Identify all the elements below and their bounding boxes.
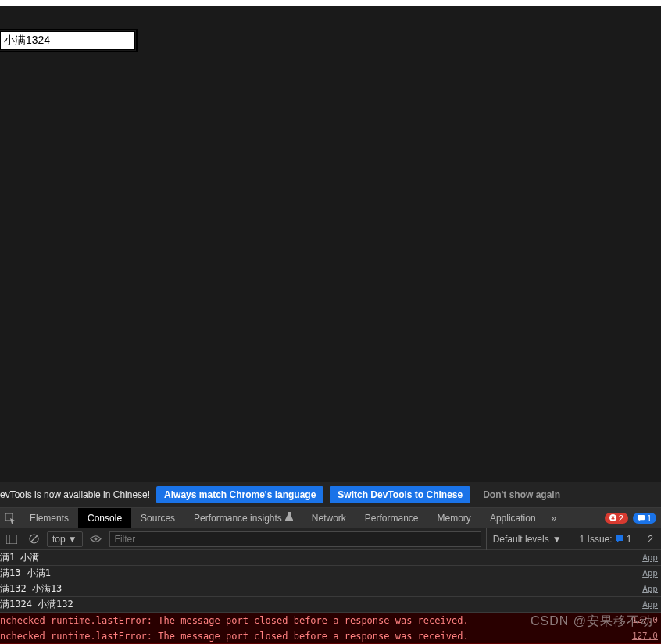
message-icon — [616, 534, 623, 545]
more-tabs-button[interactable]: » — [545, 513, 563, 524]
info-count-badge[interactable]: 1 — [633, 513, 656, 524]
log-source-link[interactable]: 127.0 — [632, 631, 661, 641]
log-levels-dropdown[interactable]: Default levels ▼ — [486, 528, 568, 550]
svg-rect-3 — [6, 535, 17, 544]
page-chrome-top — [0, 0, 661, 6]
log-message: 满1324 小满132 — [0, 598, 642, 611]
chevron-down-icon: ▼ — [552, 534, 562, 545]
devtools-tabs: Elements Console Sources Performance ins… — [0, 508, 661, 528]
tab-performance-insights[interactable]: Performance insights — [184, 508, 302, 528]
log-message: 满132 小满13 — [0, 582, 642, 596]
console-toolbar: top ▼ Default levels ▼ 1 Issue: 1 2 — [0, 528, 661, 550]
tab-application[interactable]: Application — [481, 508, 545, 528]
error-count-badge[interactable]: 2 — [605, 513, 628, 524]
log-message: 满13 小满1 — [0, 567, 642, 580]
live-expression-icon[interactable] — [88, 531, 105, 548]
log-source-link[interactable]: App — [642, 584, 661, 594]
svg-rect-2 — [638, 514, 645, 519]
issues-button[interactable]: 1 Issue: 1 — [573, 528, 639, 550]
error-message: nchecked runtime.lastError: The message … — [0, 615, 632, 626]
tab-network[interactable]: Network — [302, 508, 356, 528]
issues-count: 1 — [627, 534, 632, 545]
console-error-row[interactable]: nchecked runtime.lastError: The message … — [0, 613, 661, 628]
log-message: 满1 小满 — [0, 551, 642, 564]
console-log-row[interactable]: 满1 小满 App — [0, 550, 661, 566]
inspect-element-icon[interactable] — [0, 508, 20, 528]
issues-label: 1 Issue: — [580, 534, 613, 545]
error-count: 2 — [619, 513, 623, 523]
console-log-row[interactable]: 满13 小满1 App — [0, 566, 661, 581]
toolbar-right-char: 2 — [643, 534, 658, 545]
page-text-input[interactable] — [0, 31, 135, 50]
svg-line-6 — [31, 536, 37, 542]
tab-performance[interactable]: Performance — [356, 508, 428, 528]
console-log-row[interactable]: 满1324 小满132 App — [0, 597, 661, 613]
switch-devtools-chinese-button[interactable]: Switch DevTools to Chinese — [330, 486, 470, 503]
context-label: top — [52, 534, 66, 545]
chevron-down-icon: ▼ — [68, 534, 77, 545]
log-source-link[interactable]: 127.0 — [632, 615, 661, 625]
language-message: evTools is now available in Chinese! — [0, 489, 150, 500]
log-source-link[interactable]: App — [642, 568, 661, 578]
sidebar-toggle-icon[interactable] — [3, 531, 20, 548]
console-log-row[interactable]: 满132 小满13 App — [0, 581, 661, 597]
tab-sources[interactable]: Sources — [131, 508, 184, 528]
log-source-link[interactable]: App — [642, 599, 661, 610]
console-error-row[interactable]: nchecked runtime.lastError: The message … — [0, 628, 661, 644]
error-icon — [609, 513, 616, 523]
dont-show-again-button[interactable]: Don't show again — [477, 486, 566, 503]
clear-console-icon[interactable] — [25, 531, 42, 548]
svg-rect-8 — [616, 535, 623, 541]
tab-label: Performance insights — [194, 508, 282, 528]
log-source-link[interactable]: App — [642, 553, 661, 563]
page-content — [0, 6, 661, 50]
info-count: 1 — [647, 513, 652, 523]
tab-console[interactable]: Console — [78, 508, 131, 528]
language-bar: evTools is now available in Chinese! Alw… — [0, 482, 661, 508]
devtools-panel: evTools is now available in Chinese! Alw… — [0, 482, 661, 644]
always-match-language-button[interactable]: Always match Chrome's language — [156, 486, 323, 503]
execution-context-dropdown[interactable]: top ▼ — [47, 531, 83, 547]
tab-elements[interactable]: Elements — [20, 508, 78, 528]
console-log-list: 满1 小满 App 满13 小满1 App 满132 小满13 App 满132… — [0, 550, 661, 644]
levels-label: Default levels — [493, 534, 549, 545]
beaker-icon — [285, 508, 293, 528]
error-message: nchecked runtime.lastError: The message … — [0, 631, 632, 642]
message-icon — [638, 513, 645, 523]
filter-input[interactable] — [109, 531, 481, 547]
tab-memory[interactable]: Memory — [428, 508, 481, 528]
svg-point-7 — [95, 538, 98, 541]
